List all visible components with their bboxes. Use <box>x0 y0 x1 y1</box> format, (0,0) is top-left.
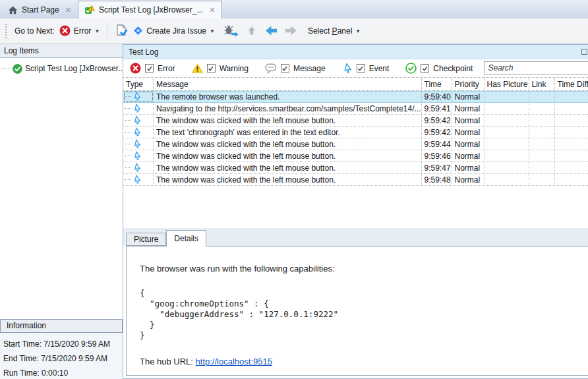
test-log-icon <box>84 5 95 15</box>
time-cell: 9:59:46 <box>422 150 452 161</box>
log-items-sidebar: Log Items Script Test Log [JxBrowser... … <box>0 44 123 379</box>
has-picture-cell <box>485 162 529 173</box>
table-row[interactable]: Navigating to the http://services.smartb… <box>123 103 588 115</box>
filter-bar: Error Warning Message <box>123 59 588 77</box>
search-input[interactable] <box>485 63 588 73</box>
event-cursor-icon <box>342 63 353 74</box>
warning-filter-checkbox[interactable] <box>207 64 216 73</box>
table-empty-area <box>123 186 588 228</box>
column-header-type[interactable]: Type <box>123 78 154 90</box>
priority-cell: Normal <box>452 127 485 138</box>
message-cell: The window was clicked with the left mou… <box>154 115 422 126</box>
select-panel-button[interactable]: Select Panel ▼ <box>308 26 361 36</box>
priority-cell: Normal <box>452 138 485 150</box>
column-header-priority[interactable]: Priority <box>452 78 485 90</box>
priority-cell: Normal <box>452 91 485 102</box>
filter-checkpoint: Checkpoint <box>405 63 473 74</box>
table-row[interactable]: The window was clicked with the left mou… <box>123 174 588 186</box>
go-to-parent-button[interactable] <box>246 25 257 36</box>
message-filter-checkbox[interactable] <box>281 64 289 73</box>
main-toolbar: Go to Next: Error ▼ Create Jira Issue ▼ <box>0 18 588 44</box>
type-cell <box>123 150 154 161</box>
link-cell <box>529 91 555 102</box>
type-cell <box>123 127 154 138</box>
time-diff-cell: 1.93 <box>555 150 588 161</box>
end-time-text: End Time: 7/15/2020 9:59 AM <box>3 351 123 366</box>
toolbar-separator <box>107 23 107 39</box>
time-cell: 9:59:47 <box>422 162 452 173</box>
has-picture-cell <box>485 150 529 161</box>
message-cell: The text 'chronograph' was entered in th… <box>154 127 422 138</box>
go-to-next-error-button[interactable]: Error ▼ <box>59 25 100 36</box>
table-row[interactable]: The window was clicked with the left mou… <box>123 150 588 162</box>
log-items-tree: Script Test Log [JxBrowser... <box>0 58 123 319</box>
create-jira-issue-button[interactable]: Create Jira Issue ▼ <box>133 26 215 36</box>
chevron-down-icon: ▼ <box>210 28 215 34</box>
information-panel: Information Start Time: 7/15/2020 9:59 A… <box>0 319 123 379</box>
has-picture-cell <box>485 138 529 150</box>
warning-icon <box>192 63 203 73</box>
event-cursor-icon <box>132 151 142 161</box>
table-row[interactable]: The remote browser was launched. 9:59:40… <box>123 91 588 103</box>
main-area: Log Items Script Test Log [JxBrowser... … <box>0 44 588 379</box>
priority-cell: Normal <box>452 115 485 126</box>
information-header: Information <box>0 319 123 333</box>
post-issue-to-tracker-button[interactable] <box>223 24 239 37</box>
tree-item-script-test-log[interactable]: Script Test Log [JxBrowser... <box>0 62 123 75</box>
document-tab-bar: Start Page ✕ Script Test Log [JxBrowser_… <box>0 0 588 18</box>
table-row[interactable]: The text 'chronograph' was entered in th… <box>123 127 588 138</box>
tree-item-label: Script Test Log [JxBrowser... <box>25 64 123 73</box>
column-header-time-diff[interactable]: Time Diff (sec) <box>555 78 588 90</box>
tab-details[interactable]: Details <box>166 230 206 247</box>
tab-close-icon[interactable]: ✕ <box>65 6 71 15</box>
column-header-time[interactable]: Time <box>422 78 452 90</box>
maximize-icon[interactable] <box>581 49 587 55</box>
tree-branch-line <box>125 120 131 121</box>
jira-icon <box>133 26 143 36</box>
hub-url-label: The hub URL: <box>140 357 196 366</box>
time-diff-cell: 1.74 <box>555 138 588 150</box>
tab-start-page[interactable]: Start Page ✕ <box>1 1 78 18</box>
event-filter-checkbox[interactable] <box>357 64 365 73</box>
table-row[interactable]: The window was clicked with the left mou… <box>123 115 588 127</box>
log-table-header: Type Message Time Priority Has Picture L… <box>123 77 588 91</box>
hub-url-link[interactable]: http://localhost:9515 <box>196 357 272 366</box>
has-picture-cell <box>485 103 529 114</box>
time-cell: 9:59:44 <box>422 138 452 150</box>
toolbar-grip[interactable] <box>5 24 7 38</box>
table-row[interactable]: The window was clicked with the left mou… <box>123 138 588 150</box>
tab-picture[interactable]: Picture <box>126 233 166 246</box>
tab-close-icon[interactable]: ✕ <box>209 6 215 15</box>
capabilities-intro-text: The browser was run with the following c… <box>140 264 577 274</box>
filter-label: Message <box>293 64 326 73</box>
type-cell <box>123 174 154 185</box>
has-picture-cell <box>485 174 529 185</box>
go-back-button[interactable] <box>264 25 278 36</box>
checkpoint-icon <box>405 63 417 74</box>
run-time-text: Run Time: 0:00:10 <box>3 366 123 379</box>
table-row[interactable]: The window was clicked with the left mou… <box>123 162 588 174</box>
search-box <box>484 61 588 74</box>
success-check-icon <box>13 64 22 74</box>
event-cursor-icon <box>132 139 142 149</box>
tab-label: Script Test Log [JxBrowser_... <box>99 5 204 15</box>
left-arrow-icon <box>264 25 278 36</box>
column-header-link[interactable]: Link <box>529 78 555 90</box>
message-cell: The window was clicked with the left mou… <box>154 162 422 173</box>
time-cell: 9:59:42 <box>422 115 452 126</box>
priority-cell: Normal <box>452 150 485 161</box>
link-cell <box>529 127 555 138</box>
create-report-button[interactable] <box>115 24 129 38</box>
column-header-has-picture[interactable]: Has Picture <box>485 78 529 90</box>
filter-label: Warning <box>220 64 249 73</box>
go-forward-button[interactable] <box>284 25 298 36</box>
time-cell: 9:59:42 <box>422 127 452 138</box>
column-header-message[interactable]: Message <box>154 78 422 90</box>
checkpoint-filter-checkbox[interactable] <box>421 64 429 73</box>
details-content: The browser was run with the following c… <box>127 247 588 366</box>
error-filter-checkbox[interactable] <box>145 64 154 73</box>
filter-label: Event <box>369 64 390 73</box>
bottom-tab-bar: Picture Details <box>123 228 588 246</box>
tab-script-test-log[interactable]: Script Test Log [JxBrowser_... ✕ <box>78 1 222 18</box>
tree-branch-line <box>125 132 131 132</box>
